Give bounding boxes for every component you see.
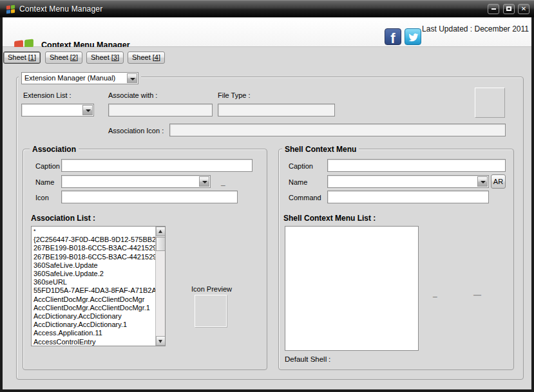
chevron-down-icon xyxy=(481,181,486,183)
close-icon: ✕ xyxy=(521,5,526,12)
shell-dash-label: — xyxy=(473,290,481,299)
association-caption-field[interactable] xyxy=(61,159,253,172)
association-listbox[interactable]: * {2C256447-3F0D-4CBB-9D12-575BB20 267BE… xyxy=(31,226,166,346)
tab-sheet-4[interactable]: Sheet [4] xyxy=(128,51,165,64)
file-type-label: File Type : xyxy=(218,91,251,99)
title-bar[interactable]: Context Menu Manager ✕ xyxy=(0,0,534,17)
association-underscore-label: _ xyxy=(221,178,225,187)
shell-list-label: Shell Context Menu List : xyxy=(283,214,376,223)
maximize-icon xyxy=(506,6,511,11)
extension-list-select[interactable] xyxy=(21,104,94,117)
chevron-down-icon xyxy=(86,109,91,112)
app-window: Context Menu Manager ✕ Context Menu Mana… xyxy=(0,0,534,392)
association-icon-field[interactable] xyxy=(169,124,506,136)
scroll-down-button[interactable] xyxy=(156,336,166,346)
shell-underscore-label: _ xyxy=(433,289,437,298)
ar-button[interactable]: AR xyxy=(491,174,506,189)
chevron-down-icon xyxy=(202,181,207,183)
maximize-button[interactable] xyxy=(503,4,515,14)
list-item[interactable]: {2C256447-3F0D-4CBB-9D12-575BB20 xyxy=(32,236,155,244)
list-item[interactable]: * xyxy=(32,227,155,236)
shell-group-title: Shell Context Menu xyxy=(282,145,359,154)
shell-caption-field[interactable] xyxy=(327,159,506,172)
icon-preview-box xyxy=(195,295,227,327)
tab-sheet-2[interactable]: Sheet [2] xyxy=(45,51,82,64)
manager-mode-value: Extension Manager (Manual) xyxy=(24,73,125,84)
association-name-label: Name xyxy=(35,178,54,186)
list-item[interactable]: 55FD1D5A-7AEF-4DA3-8FAF-A71B2A5 xyxy=(32,286,155,295)
close-button[interactable]: ✕ xyxy=(518,4,529,14)
association-icon-path-label: Icon xyxy=(35,194,49,201)
app-window-icon xyxy=(6,5,15,14)
minimize-icon xyxy=(491,8,496,10)
association-list-scrollbar[interactable] xyxy=(155,227,165,346)
window-title: Context Menu Manager xyxy=(19,5,102,14)
facebook-icon: f xyxy=(390,30,395,45)
scrollbar-thumb[interactable] xyxy=(156,237,166,251)
shell-name-dropdown-button[interactable] xyxy=(477,176,488,187)
association-icon-path-field[interactable] xyxy=(61,191,238,203)
association-list-label: Association List : xyxy=(31,214,95,223)
shell-caption-label: Caption xyxy=(289,162,313,170)
tab-sheet-3[interactable]: Sheet [3] xyxy=(86,51,124,64)
associate-with-label: Associate with : xyxy=(108,91,157,99)
default-shell-colon: : xyxy=(329,355,330,363)
last-updated-text: Last Updated : December 2011 xyxy=(419,24,529,33)
manager-mode-select[interactable]: Extension Manager (Manual) xyxy=(21,72,138,84)
list-item[interactable]: 360SafeLive.Update.2 xyxy=(32,270,155,278)
list-item[interactable]: 267BE199-B018-6CC5-B3AC-44215293 xyxy=(32,253,155,261)
list-item[interactable]: 360SafeLive.Update xyxy=(32,261,155,270)
shell-name-select[interactable] xyxy=(327,175,489,188)
association-icon-label: Association Icon : xyxy=(108,127,164,135)
facebook-button[interactable]: f xyxy=(385,28,401,45)
list-item[interactable]: AccessControlEntry xyxy=(32,338,155,346)
shell-command-label: Command xyxy=(289,194,321,201)
tab-sheet-1[interactable]: Sheet [1] xyxy=(3,51,41,64)
list-item[interactable]: Access.Application.11 xyxy=(32,329,155,337)
extension-list-dropdown-button[interactable] xyxy=(82,105,93,115)
shell-context-menu-listbox[interactable] xyxy=(285,226,419,351)
icon-preview-label: Icon Preview xyxy=(191,285,232,293)
association-name-dropdown-button[interactable] xyxy=(199,176,209,187)
association-name-select[interactable] xyxy=(61,175,211,188)
arrow-up-icon xyxy=(158,230,162,233)
associate-with-field[interactable] xyxy=(108,104,213,117)
shell-name-label: Name xyxy=(289,178,307,186)
chevron-down-icon xyxy=(130,78,135,80)
manager-mode-dropdown-button[interactable] xyxy=(127,73,137,83)
file-icon-preview-box xyxy=(475,88,505,118)
shell-command-field[interactable] xyxy=(327,191,489,203)
list-item[interactable]: 267BE199-B018-6CC5-B3AC-44215293 xyxy=(32,244,155,252)
minimize-button[interactable] xyxy=(488,4,499,14)
association-caption-label: Caption xyxy=(35,162,60,170)
list-item[interactable]: AccDictionary.AccDictionary xyxy=(32,312,155,321)
list-item[interactable]: 360seURL xyxy=(32,278,155,286)
twitter-icon xyxy=(407,32,420,43)
extension-list-label: Extension List : xyxy=(23,91,72,99)
scroll-up-button[interactable] xyxy=(156,227,166,236)
list-item[interactable]: AccClientDocMgr.AccClientDocMgr.1 xyxy=(32,304,155,312)
list-item[interactable]: AccDictionary.AccDictionary.1 xyxy=(32,321,155,329)
list-item[interactable]: AccClientDocMgr.AccClientDocMgr xyxy=(32,295,155,304)
arrow-down-icon xyxy=(158,340,162,343)
default-shell-label: Default Shell xyxy=(285,355,327,363)
association-group-title: Association xyxy=(30,145,79,154)
file-type-field[interactable] xyxy=(218,104,335,117)
